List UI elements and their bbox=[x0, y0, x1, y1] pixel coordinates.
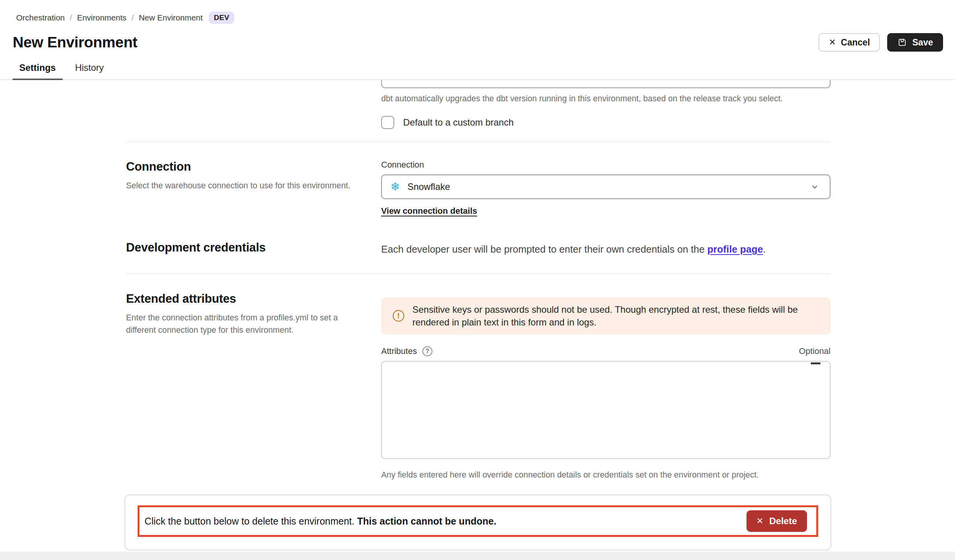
tab-history[interactable]: History bbox=[68, 62, 111, 79]
optional-label: Optional bbox=[799, 346, 831, 356]
save-button-label: Save bbox=[912, 37, 933, 48]
attributes-label-row: Attributes ? Optional bbox=[381, 346, 831, 356]
close-icon: ✕ bbox=[829, 38, 836, 47]
connection-section: Connection Select the warehouse connecti… bbox=[126, 142, 831, 216]
delete-environment-card: Click the button below to delete this en… bbox=[124, 495, 831, 550]
delete-message-normal: Click the button below to delete this en… bbox=[145, 516, 357, 526]
custom-branch-checkbox[interactable] bbox=[381, 116, 394, 129]
profile-page-link[interactable]: profile page bbox=[707, 244, 763, 255]
attributes-label: Attributes bbox=[381, 346, 417, 356]
view-connection-details-link[interactable]: View connection details bbox=[381, 206, 477, 216]
env-dev-badge: DEV bbox=[209, 12, 234, 24]
extended-attributes-heading: Extended attributes bbox=[126, 292, 365, 306]
delete-button[interactable]: ✕ Delete bbox=[747, 510, 807, 532]
breadcrumb-separator: / bbox=[131, 13, 134, 22]
editor-fold-icon[interactable] bbox=[811, 362, 820, 364]
tab-settings[interactable]: Settings bbox=[12, 62, 63, 79]
save-button[interactable]: Save bbox=[887, 33, 943, 52]
cancel-button[interactable]: ✕ Cancel bbox=[819, 33, 880, 52]
warning-text: Sensitive keys or passwords should not b… bbox=[412, 303, 819, 329]
settings-form: dbt automatically upgrades the dbt versi… bbox=[126, 80, 831, 550]
extended-attributes-description: Enter the connection attributes from a p… bbox=[126, 312, 364, 337]
delete-message: Click the button below to delete this en… bbox=[145, 516, 496, 527]
connection-field-label: Connection bbox=[381, 160, 831, 170]
breadcrumb-item-orchestration[interactable]: Orchestration bbox=[16, 13, 65, 22]
delete-message-bold: This action cannot be undone. bbox=[357, 516, 496, 526]
chevron-down-icon bbox=[810, 182, 820, 192]
breadcrumb-item-current: New Environment bbox=[139, 13, 203, 22]
cancel-button-label: Cancel bbox=[841, 37, 870, 48]
connection-select[interactable]: ❄ Snowflake bbox=[381, 174, 831, 199]
dev-credentials-text-after: . bbox=[763, 244, 766, 255]
dev-credentials-text: Each developer user will be prompted to … bbox=[381, 241, 831, 257]
attributes-textarea[interactable] bbox=[381, 361, 831, 459]
delete-x-icon: ✕ bbox=[757, 517, 763, 525]
warning-icon: ! bbox=[393, 310, 404, 322]
extended-attributes-section: Extended attributes Enter the connection… bbox=[126, 274, 831, 481]
release-track-select-partial[interactable] bbox=[381, 80, 831, 88]
delete-button-label: Delete bbox=[769, 516, 797, 526]
help-icon[interactable]: ? bbox=[422, 346, 432, 356]
connection-heading: Connection bbox=[126, 160, 365, 174]
breadcrumb: Orchestration / Environments / New Envir… bbox=[0, 0, 955, 24]
connection-description: Select the warehouse connection to use f… bbox=[126, 179, 364, 192]
dev-credentials-section: Development credentials Each developer u… bbox=[126, 241, 831, 257]
sensitive-keys-warning-banner: ! Sensitive keys or passwords should not… bbox=[381, 297, 831, 335]
custom-branch-label: Default to a custom branch bbox=[403, 117, 514, 128]
breadcrumb-item-environments[interactable]: Environments bbox=[77, 13, 126, 22]
release-track-helper: dbt automatically upgrades the dbt versi… bbox=[381, 93, 831, 104]
save-icon bbox=[897, 37, 907, 47]
release-track-row: dbt automatically upgrades the dbt versi… bbox=[126, 80, 831, 129]
header-actions: ✕ Cancel Save bbox=[819, 33, 943, 52]
viewport-bottom-strip bbox=[0, 552, 955, 560]
snowflake-icon: ❄ bbox=[390, 181, 400, 193]
dev-credentials-heading: Development credentials bbox=[126, 241, 365, 255]
delete-row-highlight: Click the button below to delete this en… bbox=[138, 505, 818, 537]
page-header: New Environment ✕ Cancel Save bbox=[0, 24, 955, 52]
tab-bar: Settings History bbox=[0, 62, 955, 80]
connection-select-value: Snowflake bbox=[407, 181, 450, 192]
page-title: New Environment bbox=[13, 34, 137, 51]
breadcrumb-separator: / bbox=[70, 13, 72, 22]
custom-branch-row: Default to a custom branch bbox=[381, 116, 831, 129]
dev-credentials-text-before: Each developer user will be prompted to … bbox=[381, 244, 707, 255]
attributes-helper: Any fields entered here will override co… bbox=[381, 469, 831, 481]
